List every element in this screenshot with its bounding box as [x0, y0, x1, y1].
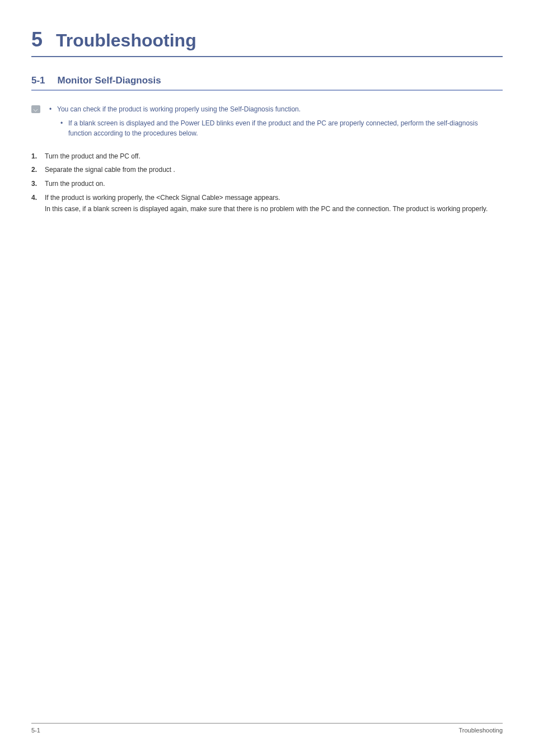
- section-title: Monitor Self-Diagnosis: [58, 75, 161, 86]
- step-text: Separate the signal cable from the produ…: [45, 166, 175, 174]
- step-extra-text: In this case, if a blank screen is displ…: [45, 204, 503, 214]
- page-footer: 5-1 Troubleshooting: [31, 723, 503, 734]
- step-item: If the product is working properly, the …: [31, 193, 503, 214]
- step-item: Turn the product on.: [31, 179, 503, 189]
- step-text: Turn the product on.: [45, 180, 105, 188]
- document-page: 5 Troubleshooting 5-1 Monitor Self-Diagn…: [0, 0, 534, 756]
- chapter-header: 5 Troubleshooting: [31, 28, 503, 57]
- section-header: 5-1 Monitor Self-Diagnosis: [31, 75, 503, 91]
- note-icon: [31, 105, 40, 113]
- note-item-text: You can check if the product is working …: [57, 105, 301, 113]
- note-block: You can check if the product is working …: [31, 104, 503, 142]
- chapter-number: 5: [31, 28, 43, 52]
- step-item: Turn the product and the PC off.: [31, 151, 503, 162]
- step-item: Separate the signal cable from the produ…: [31, 165, 503, 175]
- footer-right: Troubleshooting: [459, 727, 503, 734]
- note-list: You can check if the product is working …: [46, 104, 503, 142]
- note-subitem-text: If a blank screen is displayed and the P…: [68, 119, 478, 138]
- chapter-title: Troubleshooting: [56, 30, 196, 51]
- section-number: 5-1: [31, 75, 45, 86]
- note-sublist: If a blank screen is displayed and the P…: [57, 118, 503, 139]
- footer-left: 5-1: [31, 727, 40, 734]
- note-item: You can check if the product is working …: [46, 104, 503, 139]
- steps-list: Turn the product and the PC off. Separat…: [31, 151, 503, 214]
- step-text: If the product is working properly, the …: [45, 194, 280, 202]
- note-subitem: If a blank screen is displayed and the P…: [57, 118, 503, 139]
- step-text: Turn the product and the PC off.: [45, 152, 140, 160]
